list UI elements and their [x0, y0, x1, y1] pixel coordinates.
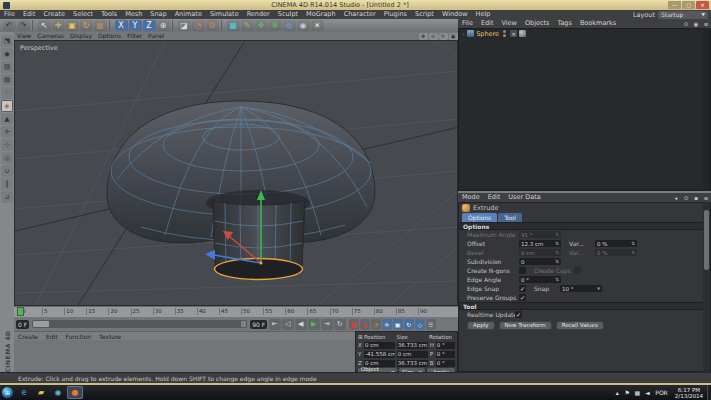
menu-item[interactable]: Character [340, 10, 380, 19]
add-spline-icon[interactable]: ✎ [241, 20, 254, 31]
add-camera-icon[interactable]: ◉ [297, 20, 310, 31]
viewport-menu-item[interactable]: View [14, 32, 34, 40]
explorer-folder-icon[interactable]: ▰ [33, 386, 49, 399]
play-button[interactable]: ▶ [308, 319, 320, 330]
lock-y-axis-icon[interactable]: Y [129, 20, 142, 31]
am-menu-item[interactable]: Mode [458, 193, 484, 202]
internet-explorer-icon[interactable]: e [16, 386, 32, 399]
viewport-menu-item[interactable]: Display [67, 32, 95, 40]
om-menu-item[interactable]: Objects [521, 19, 554, 28]
om-menu-item[interactable]: Bookmarks [576, 19, 620, 28]
am-magnifier-icon[interactable]: ⊙ [682, 194, 691, 202]
realtime-update-checkbox[interactable]: ✓ [515, 311, 522, 318]
edges-mode-icon[interactable]: ◈ [1, 100, 13, 112]
toggle-view-icon[interactable]: ▣ [449, 33, 458, 40]
network-icon[interactable]: ▦ [633, 387, 642, 398]
object-manager-list[interactable]: ∘ Sphere ✕ [458, 28, 711, 191]
viewport-solo-icon[interactable]: ◎ [1, 152, 13, 164]
menu-item[interactable]: Simulate [206, 10, 243, 19]
rotation-b-input[interactable]: 0 ° [436, 360, 455, 367]
render-region-icon[interactable]: ◔ [192, 20, 205, 31]
am-back-icon[interactable]: ◂ [672, 194, 681, 202]
new-transform-button[interactable]: New Transform [499, 321, 552, 330]
media-player-icon[interactable]: ◉ [50, 386, 66, 399]
rotate-tool-icon[interactable]: ↻ [80, 20, 93, 31]
bevel-input[interactable]: 0 cm⇅ [519, 249, 561, 256]
next-frame-button[interactable]: ⇥ [321, 319, 333, 330]
om-filter-icon[interactable]: ◉ [692, 20, 701, 28]
maximize-button[interactable]: ▢ [682, 1, 695, 9]
menu-item[interactable]: Window [438, 10, 472, 19]
menu-item[interactable]: Tools [97, 10, 121, 19]
om-menu-item[interactable]: File [458, 19, 477, 28]
lock-x-axis-icon[interactable]: X [115, 20, 128, 31]
move-tool-icon[interactable]: ✛ [52, 20, 65, 31]
last-tool-icon[interactable]: ▦ [94, 20, 107, 31]
keyframe-options-button[interactable]: ☰ [426, 319, 436, 330]
subdivision-input[interactable]: 0⇅ [519, 258, 561, 265]
om-scrollbar[interactable] [703, 28, 710, 191]
menu-item[interactable]: Sculpt [274, 10, 302, 19]
enable-axis-icon[interactable]: ⊹ [1, 139, 13, 151]
apply-button[interactable]: Apply [467, 321, 495, 330]
rotation-p-input[interactable]: 0 ° [436, 351, 455, 358]
am-lock-icon[interactable]: ▪ [692, 194, 701, 202]
timeline-range-slider[interactable] [32, 320, 247, 328]
om-menu-item[interactable]: View [497, 19, 520, 28]
add-cube-icon[interactable]: ■ [227, 20, 240, 31]
viewport-menu-item[interactable]: Filter [124, 32, 145, 40]
selection-tag-icon[interactable]: ✕ [510, 30, 517, 37]
add-deformer-icon[interactable]: ❋ [269, 20, 282, 31]
snap-input[interactable]: 10 °▼ [560, 285, 602, 292]
layout-dropdown[interactable]: Startup▼ [658, 11, 708, 19]
range-slider-handle[interactable] [33, 321, 49, 327]
bevel-var-input[interactable]: 0 %⇅ [595, 249, 637, 256]
om-menu-item[interactable]: Tags [553, 19, 575, 28]
volume-icon[interactable]: ◄ [643, 387, 652, 398]
texture-mode-icon[interactable]: ▨ [1, 61, 13, 73]
size-x-input[interactable]: 36.733 cm [397, 342, 428, 349]
viewport-menu-item[interactable]: Cameras [34, 32, 67, 40]
current-frame-field[interactable]: 0 F [16, 320, 29, 329]
live-selection-icon[interactable]: ↖ [38, 20, 51, 31]
menu-item[interactable]: Plugins [380, 10, 411, 19]
show-desktop-button[interactable] [707, 385, 711, 400]
rotate-view-icon[interactable]: ↻ [439, 33, 448, 40]
menu-item[interactable]: MoGraph [302, 10, 340, 19]
phong-tag-icon[interactable] [519, 30, 526, 37]
timeline-ruler[interactable]: 051015202530354045505560657075808590 [14, 306, 458, 317]
tweak-mode-icon[interactable]: ✛ [1, 126, 13, 138]
record-modes-button[interactable]: ◔ [371, 319, 381, 330]
menu-item[interactable]: Mesh [121, 10, 146, 19]
coordinate-system-icon[interactable]: ⊕ [157, 20, 170, 31]
size-z-input[interactable]: 36.733 cm [397, 360, 428, 367]
points-mode-icon[interactable]: ⁘ [1, 87, 13, 99]
make-editable-icon[interactable]: ⬔ [1, 35, 13, 47]
redo-icon[interactable]: ↷ [17, 20, 30, 31]
taskbar-clock[interactable]: 6:17 PM 2/13/2014 [675, 387, 703, 399]
object-row-sphere[interactable]: ∘ Sphere ✕ [459, 29, 710, 38]
create-ngons-checkbox[interactable] [519, 267, 526, 274]
toggle-parameter-button[interactable]: ◇ [415, 319, 425, 330]
range-slider-end-handle[interactable] [241, 321, 246, 327]
tab-options[interactable]: Options [462, 213, 497, 222]
preserve-groups-checkbox[interactable]: ✓ [519, 294, 526, 301]
viewport-menu-item[interactable]: Panel [145, 32, 167, 40]
scale-tool-icon[interactable]: ▣ [66, 20, 79, 31]
visibility-dots[interactable] [503, 30, 506, 38]
size-y-input[interactable]: 0 cm [397, 351, 428, 358]
menu-item[interactable]: Script [411, 10, 438, 19]
loop-button[interactable]: ↻ [334, 319, 346, 330]
add-generator-icon[interactable]: ❖ [255, 20, 268, 31]
am-scrollbar[interactable] [703, 202, 710, 372]
offset-input[interactable]: 12.3 cm⇅ [519, 240, 561, 247]
menu-item[interactable]: File [0, 10, 19, 19]
am-menu-item[interactable]: Edit [484, 193, 505, 202]
om-menu-icon[interactable]: ≡ [702, 20, 711, 28]
cinema4d-taskbar-icon[interactable]: ● [67, 386, 83, 399]
guides-icon[interactable]: ⊿ [1, 191, 13, 203]
tab-tool[interactable]: Tool [498, 213, 522, 222]
toggle-rotation-button[interactable]: ↻ [404, 319, 414, 330]
tray-expand-icon[interactable]: ▴ [613, 387, 622, 398]
action-center-icon[interactable]: ⚑ [623, 387, 632, 398]
